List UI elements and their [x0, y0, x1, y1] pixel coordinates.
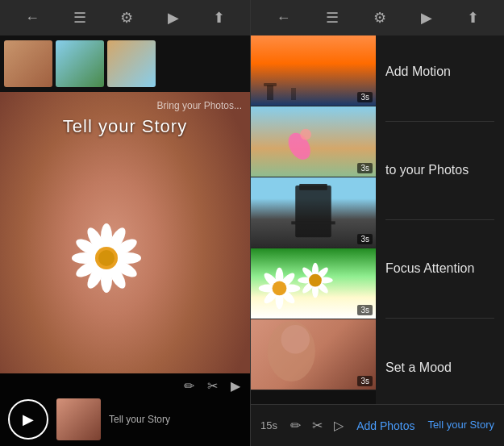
bottom-action-icons: ✏ ✂ ▷ [290, 418, 344, 433]
photo-list: 3s 3s [251, 35, 376, 404]
right-play-small-icon[interactable]: ▷ [334, 418, 344, 433]
photo-item-1[interactable]: 3s [251, 35, 376, 106]
left-panel: ← ☰ ⚙ ▶ ⬆ [0, 0, 250, 446]
set-mood-text: Set a Mood [385, 359, 494, 377]
svg-point-30 [273, 281, 287, 296]
play-triangle: ▶ [23, 411, 34, 428]
play-icon[interactable]: ▶ [168, 9, 179, 27]
right-edit-icon[interactable]: ✏ [290, 418, 301, 433]
separator-2 [385, 219, 494, 220]
svg-point-39 [309, 274, 322, 287]
daisy-flower [70, 222, 143, 294]
bring-photos-text: Bring your Photos... [157, 100, 242, 111]
add-motion-text: Add Motion [385, 63, 494, 81]
svg-rect-21 [291, 221, 335, 224]
right-panel: ← ☰ ⚙ ▶ ⬆ 3s [250, 0, 504, 446]
duration-5: 3s [357, 376, 373, 386]
svg-rect-19 [295, 185, 331, 237]
share-icon[interactable]: ⬆ [213, 9, 225, 27]
left-toolbar: ← ☰ ⚙ ▶ ⬆ [0, 0, 250, 35]
tell-story-right-label: Tell your Story [428, 418, 494, 432]
text-panel: Add Motion to your Photos Focus Attentio… [376, 35, 504, 404]
svg-point-13 [98, 250, 115, 266]
right-main: 3s 3s [251, 35, 504, 404]
right-back-icon[interactable]: ← [277, 10, 291, 27]
right-toolbar: ← ☰ ⚙ ▶ ⬆ [251, 0, 504, 35]
svg-point-18 [300, 129, 311, 140]
photo-item-3[interactable]: 3s [251, 177, 376, 248]
svg-point-41 [281, 325, 310, 354]
svg-rect-16 [291, 88, 296, 100]
photo-item-5[interactable]: 3s [251, 319, 376, 390]
play-button-large[interactable]: ▶ [8, 399, 48, 440]
thumbnail-1[interactable] [4, 40, 52, 87]
photo-item-2[interactable]: 3s [251, 106, 376, 177]
duration-2: 3s [357, 163, 373, 173]
bottom-strip: ✏ ✂ ▶ ▶ Tell your Story Add Photos [0, 373, 250, 446]
thumbnails-strip [0, 35, 250, 92]
menu-icon[interactable]: ☰ [73, 9, 86, 27]
right-share-icon[interactable]: ⬆ [467, 9, 479, 27]
add-photos-right[interactable]: Add Photos [356, 419, 414, 432]
focus-attention-text: Focus Attention [385, 260, 494, 277]
duration-4: 3s [357, 305, 373, 315]
back-icon[interactable]: ← [25, 10, 40, 27]
svg-rect-15 [264, 83, 277, 86]
scissors-icon[interactable]: ✂ [207, 378, 218, 394]
time-label: 15s [260, 419, 277, 431]
right-settings-icon[interactable]: ⚙ [373, 9, 386, 27]
to-your-photos-text: to your Photos [385, 161, 494, 179]
bottom-icons: ✏ ✂ ▶ [0, 373, 250, 398]
story-bottom-label: Tell your Story [109, 414, 170, 425]
photo-item-4[interactable]: 3s [251, 248, 376, 319]
separator-1 [385, 121, 494, 122]
tell-story-text: Tell your Story [0, 116, 250, 137]
bottom-thumbnail[interactable] [56, 398, 101, 440]
right-menu-icon[interactable]: ☰ [326, 9, 339, 27]
separator-3 [385, 318, 494, 319]
right-scissors-icon[interactable]: ✂ [312, 418, 323, 433]
duration-1: 3s [357, 92, 373, 102]
thumbnail-2[interactable] [56, 40, 104, 87]
right-play-icon[interactable]: ▶ [421, 9, 432, 27]
right-bottom: 15s ✏ ✂ ▷ Add Photos Tell your Story [251, 404, 504, 446]
thumbnail-3[interactable] [107, 40, 156, 87]
main-image: Bring your Photos... Tell your Story [0, 92, 250, 373]
svg-rect-20 [299, 184, 327, 190]
svg-rect-14 [267, 85, 273, 100]
duration-3: 3s [357, 234, 373, 244]
settings-icon[interactable]: ⚙ [120, 9, 133, 27]
edit-icon[interactable]: ✏ [184, 378, 194, 394]
add-photos-left[interactable]: Add Photos [0, 440, 250, 446]
play-small-icon[interactable]: ▶ [231, 378, 240, 394]
bottom-content: ▶ Tell your Story [0, 398, 250, 440]
